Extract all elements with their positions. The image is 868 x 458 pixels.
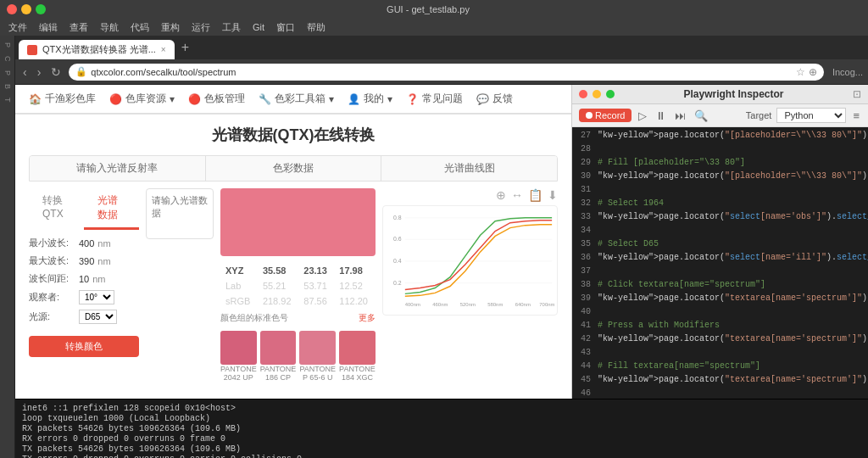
swatch-4[interactable]: PANTONE 184 XGC [339, 331, 376, 382]
menu-git[interactable]: Git [248, 22, 270, 32]
control-wavelength-interval: 波长间距: 10 nm [29, 272, 139, 285]
line-number: 46 [572, 388, 598, 399]
inspector-title: Playwright Inspector [683, 88, 783, 100]
nav-library[interactable]: 🔴 色库资源 ▾ [109, 92, 175, 106]
sidebar-t[interactable]: T [3, 94, 12, 106]
nav-user[interactable]: 👤 我的 ▾ [348, 92, 392, 106]
spectrum-textarea[interactable] [146, 188, 214, 239]
playwright-inspector: Playwright Inspector ⊡ Record ▷ ⏸ ⏭ 🔍 Ta [571, 85, 868, 399]
inspector-toolbar: Record ▷ ⏸ ⏭ 🔍 Target Python JavaScript … [572, 104, 868, 127]
nav-feedback[interactable]: 💬 反馈 [476, 92, 513, 106]
more-link[interactable]: 更多 [359, 312, 376, 324]
menu-code[interactable]: 代码 [125, 21, 154, 34]
menu-edit[interactable]: 编辑 [34, 21, 63, 34]
tab-spectrum-data[interactable]: 光谱数据 [84, 188, 139, 229]
sidebar-project[interactable]: P [3, 39, 12, 51]
back-button[interactable]: ‹ [20, 65, 30, 79]
nav-faq[interactable]: ❓ 常见问题 [406, 92, 463, 106]
refresh-button[interactable]: ↻ [48, 65, 64, 79]
minimize-button[interactable] [21, 4, 31, 14]
webpage: 🏠 千渔彩色库 🔴 色库资源 ▾ 🔴 色板管理 🔧 色彩工具箱 ▾ 👤 我的 ▾… [15, 85, 571, 399]
srgb-v3: 112.20 [334, 293, 375, 309]
light-select[interactable]: D65 [79, 310, 117, 324]
swatch-label-2: PANTONE 186 CP [260, 365, 297, 382]
new-tab-button[interactable]: + [175, 40, 196, 55]
menu-run[interactable]: 运行 [186, 21, 215, 34]
code-line-38: 38# Click textarea[name="spectrum"] [572, 280, 868, 293]
color-swatches: PANTONE 2042 UP PANTONE 186 CP PANTONE P… [220, 331, 376, 382]
line-number: 32 [572, 198, 598, 212]
search-icon[interactable]: 🔍 [693, 109, 709, 122]
swatch-2[interactable]: PANTONE 186 CP [260, 331, 297, 382]
pause-icon[interactable]: ⏸ [654, 109, 668, 122]
menu-tools[interactable]: 工具 [217, 21, 246, 34]
menu-bar: 文件 编辑 查看 导航 代码 重构 运行 工具 Git 窗口 帮助 [0, 19, 868, 36]
inspector-max[interactable] [606, 90, 615, 98]
term-line-3: RX packets 54626 bytes 109626364 (109.6 … [22, 424, 861, 433]
nav-board[interactable]: 🔴 色板管理 [188, 92, 245, 106]
menu-window[interactable]: 窗口 [271, 21, 300, 34]
swatch-1[interactable]: PANTONE 2042 UP [220, 331, 257, 382]
chart-tool-3[interactable]: 📋 [528, 188, 542, 202]
inspector-expand[interactable]: ⊡ [853, 88, 861, 100]
code-line-37: 37 [572, 266, 868, 280]
browser-tab[interactable]: QTX光谱数据转换器 光谱... × [19, 40, 175, 59]
maximize-button[interactable] [36, 4, 46, 14]
interval-unit: nm [92, 274, 105, 284]
left-sidebar: P C P B T [0, 36, 15, 458]
chart-tool-2[interactable]: ↔ [511, 188, 523, 202]
code-line-42: 42"kw-yellow">page.locator("textarea[nam… [572, 334, 868, 348]
panel-header-3: 光谱曲线图 [381, 156, 557, 181]
menu-help[interactable]: 帮助 [302, 21, 331, 34]
chart-tool-1[interactable]: ⊕ [496, 188, 506, 202]
nav-home[interactable]: 🏠 千渔彩色库 [29, 92, 96, 106]
target-select[interactable]: Python JavaScript [776, 108, 846, 123]
swatch-color-3 [299, 331, 336, 365]
chart-tool-4[interactable]: ⬇ [548, 188, 558, 202]
nav-tools[interactable]: 🔧 色彩工具箱 ▾ [259, 92, 334, 106]
menu-navigate[interactable]: 导航 [95, 21, 124, 34]
sidebar-commits[interactable]: C [3, 53, 12, 65]
line-content [598, 348, 868, 361]
observer-select[interactable]: 10° [79, 290, 114, 304]
code-line-29: 29# Fill [placeholder="\33 80"] [572, 158, 868, 171]
sidebar-bookmarks[interactable]: B [3, 81, 12, 92]
url-bar[interactable]: 🔒 qtxcolor.com/secalku/tool/spectrum ☆⊕ [69, 64, 824, 81]
svg-text:400nm: 400nm [405, 302, 420, 307]
inspector-min[interactable] [593, 90, 601, 98]
record-button[interactable]: Record [579, 109, 632, 122]
line-content [598, 388, 868, 399]
forward-button[interactable]: › [35, 65, 44, 79]
line-number: 34 [572, 226, 598, 239]
sidebar-pull[interactable]: P [3, 67, 12, 79]
spectrum-chart-panel: ⊕ ↔ 📋 ⬇ 0.8 0.6 0.4 0.2 [382, 188, 558, 382]
menu-file[interactable]: 文件 [3, 21, 32, 34]
line-number: 28 [572, 144, 598, 158]
swatch-3[interactable]: PANTONE P 65-6 U [299, 331, 336, 382]
menu-refactor[interactable]: 重构 [156, 21, 185, 34]
xyz-label: XYZ [220, 263, 258, 278]
tab-convert-qtx[interactable]: 转换QTX [29, 188, 84, 229]
observer-label: 观察者: [29, 291, 75, 304]
content-area: 🏠 千渔彩色库 🔴 色库资源 ▾ 🔴 色板管理 🔧 色彩工具箱 ▾ 👤 我的 ▾… [15, 85, 868, 399]
line-number: 35 [572, 239, 598, 253]
close-button[interactable] [7, 4, 17, 14]
svg-text:0.8: 0.8 [393, 215, 402, 221]
line-number: 36 [572, 253, 598, 266]
menu-icon[interactable]: ≡ [851, 109, 861, 122]
min-wave-value: 400 [79, 238, 94, 249]
play-icon[interactable]: ▷ [637, 109, 648, 122]
step-icon[interactable]: ⏭ [673, 109, 687, 122]
tab-close-button[interactable]: × [161, 45, 166, 54]
swatch-label: 颜色组的标准色号 [220, 312, 288, 324]
code-line-30: 30"kw-yellow">page.locator("[placeholder… [572, 171, 868, 185]
term-line-2: loop txqueuelen 1000 (Local Loopback) [22, 414, 861, 423]
xyz-v1: 35.58 [258, 263, 298, 278]
line-content: "kw-yellow">page.locator("textarea[name=… [598, 334, 868, 348]
address-icons: ☆⊕ [796, 66, 817, 78]
convert-button[interactable]: 转换颜色 [29, 336, 139, 357]
inspector-close[interactable] [579, 90, 587, 98]
svg-text:700nm: 700nm [539, 302, 554, 307]
section-tabs: 转换QTX 光谱数据 [29, 188, 139, 229]
menu-view[interactable]: 查看 [64, 21, 93, 34]
